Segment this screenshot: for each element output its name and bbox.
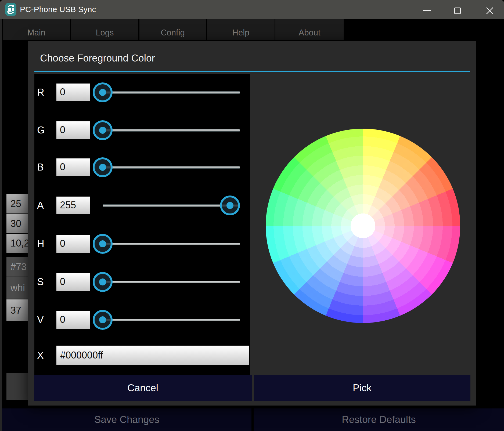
app-window: PC-Phone USB Sync Main Logs Config Help … (0, 0, 504, 431)
close-icon (486, 7, 494, 15)
slider-label-g: G (37, 114, 45, 146)
slider-thumb-r[interactable] (93, 82, 113, 102)
save-changes-button: Save Changes (2, 408, 251, 431)
title-divider (34, 71, 470, 72)
color-wheel[interactable] (266, 129, 460, 323)
slider-value-b[interactable]: 0 (56, 158, 90, 176)
slider-label-v: V (37, 304, 44, 336)
slider-value-s[interactable]: 0 (56, 273, 90, 291)
slider-thumb-h[interactable] (93, 234, 113, 254)
tab-help-label: Help (232, 28, 250, 38)
slider-row-v: V 0 (34, 304, 250, 336)
slider-value-v[interactable]: 0 (56, 311, 90, 329)
maximize-button[interactable] (451, 4, 465, 18)
slider-thumb-b[interactable] (93, 157, 113, 177)
slider-row-r: R 0 (34, 76, 250, 108)
tab-config-label: Config (161, 28, 185, 38)
slider-thumb-a[interactable] (220, 195, 240, 215)
minimize-button[interactable] (420, 4, 434, 18)
dialog-title: Choose Foreground Color (40, 53, 155, 64)
maximize-icon (454, 8, 461, 14)
save-changes-label: Save Changes (94, 414, 160, 425)
color-picker-dialog: Choose Foreground Color R 0 G 0 B 0 (28, 41, 476, 405)
app-sync-icon (5, 3, 16, 16)
window-title: PC-Phone USB Sync (20, 0, 96, 19)
pick-button[interactable]: Pick (254, 375, 470, 401)
slider-row-g: G 0 (34, 114, 250, 146)
pick-label: Pick (353, 382, 372, 394)
slider-track-r[interactable] (103, 91, 240, 94)
slider-label-s: S (37, 266, 44, 298)
hex-label: X (37, 346, 44, 365)
slider-track-g[interactable] (103, 129, 240, 132)
cancel-button[interactable]: Cancel (34, 375, 252, 401)
slider-label-r: R (37, 76, 44, 108)
minimize-icon (423, 10, 431, 11)
slider-track-a[interactable] (103, 204, 240, 207)
slider-value-g[interactable]: 0 (56, 121, 90, 139)
slider-row-h: H 0 (34, 228, 250, 260)
restore-defaults-label: Restore Defaults (342, 414, 416, 425)
window-frame-edge (0, 19, 2, 431)
slider-track-h[interactable] (103, 243, 240, 245)
slider-row-b: B 0 (34, 151, 250, 183)
slider-thumb-g[interactable] (93, 120, 113, 140)
slider-label-h: H (37, 228, 44, 260)
slider-panel: R 0 G 0 B 0 A 255 (34, 74, 250, 375)
slider-value-r[interactable]: 0 (56, 84, 90, 101)
slider-thumb-v[interactable] (93, 310, 113, 330)
tab-main-label: Main (27, 28, 45, 38)
slider-track-v[interactable] (103, 319, 240, 321)
slider-thumb-s[interactable] (93, 272, 113, 292)
slider-label-b: B (37, 151, 44, 183)
tab-config[interactable]: Config (139, 19, 206, 40)
slider-row-s: S 0 (34, 266, 250, 298)
cancel-label: Cancel (127, 382, 158, 394)
tab-logs[interactable]: Logs (71, 19, 138, 40)
title-bar: PC-Phone USB Sync (0, 0, 504, 19)
close-button[interactable] (483, 4, 497, 18)
slider-label-a: A (37, 189, 44, 222)
tab-about-label: About (298, 28, 320, 38)
slider-value-a[interactable]: 255 (56, 197, 90, 214)
tab-logs-label: Logs (96, 28, 114, 38)
tab-about[interactable]: About (275, 19, 344, 40)
hex-row: X #000000ff (34, 346, 250, 365)
slider-row-a: A 255 (34, 189, 250, 222)
hex-input[interactable]: #000000ff (56, 346, 249, 365)
restore-defaults-button: Restore Defaults (254, 408, 504, 431)
slider-track-s[interactable] (103, 281, 240, 283)
slider-track-b[interactable] (103, 166, 240, 169)
tab-help[interactable]: Help (207, 19, 275, 40)
tab-main[interactable]: Main (3, 19, 70, 40)
slider-value-h[interactable]: 0 (56, 235, 90, 253)
